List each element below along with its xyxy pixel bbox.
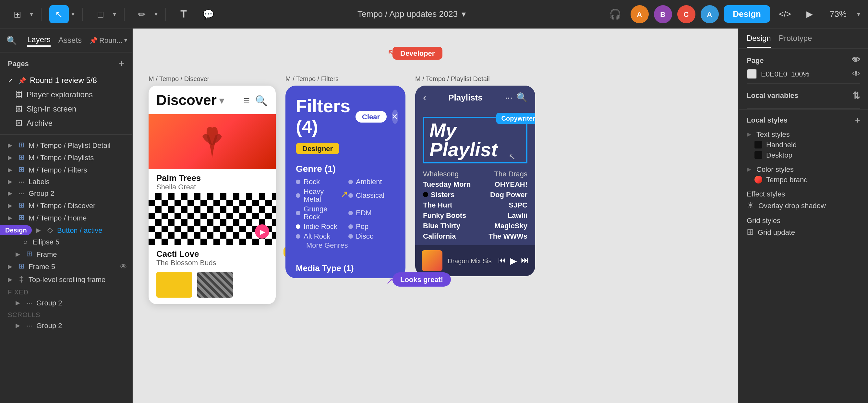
style-handheld[interactable]: Handheld [747,139,860,150]
layer-group2-fixed[interactable]: ▶ ··· Group 2 [0,297,132,309]
tab-layers[interactable]: Layers [27,34,51,47]
genre-rock[interactable]: Rock [296,178,343,186]
genre-classical[interactable]: Classical [348,188,395,203]
chevron-icon: ▶ [8,178,14,185]
zoom-control[interactable]: 73% [825,6,852,22]
layer-ellipse5[interactable]: ○ Ellipse 5 [0,236,132,248]
layer-frame5[interactable]: ▶ ⊞ Frame 5 👁 [0,260,132,272]
code-view-btn[interactable]: </> [775,5,795,23]
page-item-archive[interactable]: 🖼 Archive [0,116,132,130]
page-item-round1[interactable]: ✓ 📌 Round 1 review 5/8 [0,73,132,88]
effect-styles-toggle[interactable]: Effect styles [747,189,860,199]
more-icon[interactable]: ··· [505,92,513,102]
pen-tool-btn[interactable]: ✏ [132,5,152,23]
play-btn[interactable]: ▶ [800,5,819,23]
play-button-overlay[interactable]: ▶ [255,224,269,239]
layer-name: Button / active [57,226,127,234]
discover-header: Discover ▾ ≡ 🔍 [149,86,276,114]
ellipse-icon: ○ [21,238,30,246]
zoom-chevron[interactable]: ▾ [857,10,860,18]
select-tool-btn[interactable]: ↖ [49,5,69,23]
search-icon[interactable]: 🔍 [255,94,268,107]
layer-frame[interactable]: ▶ ⊞ Frame [0,248,132,260]
discover-title: Discover ▾ [156,92,224,109]
title-chevron[interactable]: ▾ [462,9,466,19]
page-item-signin[interactable]: 🖼 Sign-in screen [0,102,132,116]
genre-indierock[interactable]: Indie Rock [296,223,343,230]
visibility-icon[interactable]: 👁 [852,55,860,65]
layer-group2-scrolls[interactable]: ▶ ··· Group 2 [0,320,132,331]
filter-clear-button[interactable]: Clear [355,111,386,123]
frame-tool-btn[interactable]: □ [91,5,110,23]
genre-disco[interactable]: Disco [348,232,395,240]
layer-home[interactable]: ▶ ⊞ M / Tempo / Home [0,211,132,224]
layer-name: M / Tempo / Home [29,214,127,222]
layer-name: Group 2 [29,189,127,197]
color-styles-toggle[interactable]: ▶ Color styles [747,164,860,174]
group-icon: ··· [25,322,34,329]
grid-tool-btn[interactable]: ⊞ [8,5,27,23]
song1-info: Palm Trees Sheila Great [149,169,276,193]
next-btn[interactable]: ⏭ [521,256,529,266]
tab-assets[interactable]: Assets [58,34,82,46]
eye-icon-right[interactable]: 👁 [852,69,860,78]
song1-title: Palm Trees [156,173,268,183]
share-button[interactable]: Design [724,5,770,23]
style-tempo-brand[interactable]: Tempo brand [747,174,860,185]
prev-btn[interactable]: ⏮ [498,256,506,266]
layer-button-active[interactable]: Design ▶ ◇ Button / active [0,224,132,236]
page-item-player[interactable]: 🖼 Player explorations [0,88,132,102]
filter-icon[interactable]: ≡ [244,94,250,107]
comment-tool-btn[interactable]: 💬 [198,5,218,23]
genre-ambient[interactable]: Ambient [348,178,395,186]
more-genres-link[interactable]: More Genres [296,240,395,250]
search-icon[interactable]: 🔍 [517,92,527,102]
toolbar-right: 🎧 A B C A Design </> ▶ 73% ▾ [606,5,860,23]
style-overlay-shadow[interactable]: ☀ Overlay drop shadow [747,199,860,211]
genre-edm[interactable]: EDM [348,205,395,221]
genre-label: EDM [356,209,372,216]
variables-icon[interactable]: ⇅ [852,90,860,101]
layer-group2[interactable]: ▶ ··· Group 2 [0,188,132,199]
genre-heavymetal[interactable]: Heavy Metal [296,188,343,203]
checkerboard-art: ▶ [149,193,276,245]
layer-filters[interactable]: ▶ ⊞ M / Tempo / Filters [0,163,132,176]
add-page-button[interactable]: + [118,58,125,69]
layer-scrolling-frame[interactable]: ▶ ‡ Top-level scrolling frame [0,272,132,286]
style-desktop[interactable]: Desktop [747,150,860,160]
layer-name: Labels [29,178,127,186]
toolbar-divider-2 [83,7,83,21]
layer-playlist-detail[interactable]: ▶ ⊞ M / Tempo / Playlist Detail [0,139,132,151]
genre-altrock[interactable]: Alt Rock [296,232,343,240]
page-color-pct[interactable]: 100% [791,70,809,78]
song-right: SJPC [509,201,528,209]
genre-pop[interactable]: Pop [348,223,395,230]
eye-icon[interactable]: 👁 [120,262,127,270]
text-tool-btn[interactable]: T [174,5,193,23]
filters-header: Filters (4) Clear ✕ Designer [285,86,405,163]
play-btn[interactable]: ▶ [510,256,517,266]
genre-dot [296,234,300,238]
filter-close-button[interactable]: ✕ [392,109,398,124]
scroll-icon: ‡ [17,274,26,284]
layer-discover[interactable]: ▶ ⊞ M / Tempo / Discover [0,199,132,211]
breadcrumb-chevron[interactable]: ▾ [124,37,127,43]
add-style-button[interactable]: + [855,115,860,125]
grid-styles-toggle[interactable]: Grid styles [747,215,860,226]
back-icon[interactable]: ‹ [423,92,426,102]
tab-prototype[interactable]: Prototype [779,34,812,48]
grid-styles-label: Grid styles [747,216,780,224]
genre-dot [296,193,300,197]
genre-grunge[interactable]: Grunge Rock [296,205,343,221]
breadcrumb-label[interactable]: Roun... [99,36,122,44]
color-preview[interactable] [747,69,757,79]
text-styles-toggle[interactable]: ▶ Text styles [747,129,860,139]
pages-title: Pages [8,60,29,67]
search-icon[interactable]: 🔍 [6,35,17,45]
headphones-btn[interactable]: 🎧 [606,5,625,23]
page-color-hex[interactable]: E0E0E0 [761,70,787,78]
layer-labels[interactable]: ▶ ··· Labels [0,176,132,188]
layer-playlists[interactable]: ▶ ⊞ M / Tempo / Playlists [0,151,132,163]
tab-design[interactable]: Design [747,34,771,48]
style-grid-update[interactable]: ⊞ Grid update [747,226,860,238]
